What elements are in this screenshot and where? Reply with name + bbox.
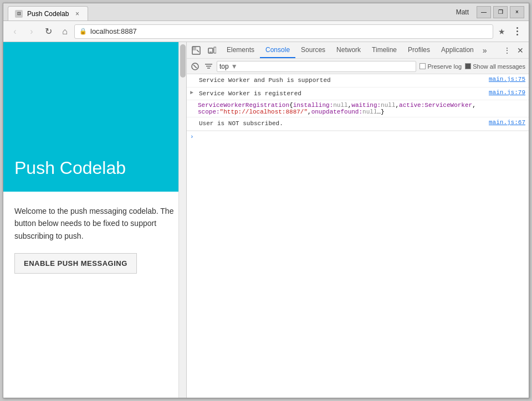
console-output: Service Worker and Push is supported mai… xyxy=(187,74,529,398)
console-location-2[interactable]: main.js:79 xyxy=(489,89,525,96)
forward-btn[interactable]: › xyxy=(24,24,39,39)
tab-network[interactable]: Network xyxy=(331,42,366,58)
tab-timeline[interactable]: Timeline xyxy=(366,42,402,58)
console-clear-btn[interactable] xyxy=(190,61,200,71)
devtools-more-tabs-btn[interactable]: » xyxy=(479,46,490,55)
console-filter-value: top xyxy=(219,63,229,70)
title-bar: ⊡ Push Codelab × Matt — ❐ × xyxy=(3,3,529,21)
filter-dropdown-icon: ▼ xyxy=(231,63,238,70)
tab-console[interactable]: Console xyxy=(260,42,295,58)
address-lock-icon: 🔒 xyxy=(79,28,87,35)
nav-bar: ‹ › ↻ ⌂ 🔒 localhost:8887 ★ xyxy=(3,21,529,42)
restore-btn[interactable]: ❐ xyxy=(493,6,508,18)
enable-push-button[interactable]: ENABLE PUSH MESSAGING xyxy=(14,253,137,274)
tab-sources[interactable]: Sources xyxy=(295,42,331,58)
console-entry-4: User is NOT subscribed. main.js:67 xyxy=(187,117,529,131)
obj-comma-end: , xyxy=(472,102,476,109)
console-indicator-4 xyxy=(190,119,198,120)
obj-val-waiting: null xyxy=(381,102,395,109)
page-body: Welcome to the push messaging codelab. T… xyxy=(3,192,186,398)
preserve-log-checkbox[interactable] xyxy=(420,63,426,69)
show-all-messages-option[interactable]: Show all messages xyxy=(465,63,525,70)
reload-btn[interactable]: ↻ xyxy=(41,24,55,39)
obj-val-onupdatefound: null xyxy=(362,109,377,115)
devtools-panel: Elements Console Sources Network Timelin… xyxy=(186,42,529,398)
page-description: Welcome to the push messaging codelab. T… xyxy=(14,205,175,242)
close-btn[interactable]: × xyxy=(510,6,524,18)
svg-rect-1 xyxy=(192,47,196,50)
devtools-tabs: Elements Console Sources Network Timelin… xyxy=(221,42,499,58)
scrollbar-track[interactable] xyxy=(178,42,186,398)
page-hero: Push Codelab xyxy=(3,42,186,192)
tab-profiles[interactable]: Profiles xyxy=(402,42,436,58)
tab-title: Push Codelab xyxy=(27,10,69,18)
obj-val-scope: "http://localhost:8887/" xyxy=(220,109,308,115)
console-filter-btn[interactable] xyxy=(203,61,213,71)
minimize-btn[interactable]: — xyxy=(477,6,491,18)
page-title: Push Codelab xyxy=(14,158,126,178)
device-mode-btn[interactable] xyxy=(204,43,219,58)
bookmark-btn[interactable]: ★ xyxy=(495,25,508,38)
home-btn[interactable]: ⌂ xyxy=(58,24,72,39)
menu-dot-3 xyxy=(516,34,518,35)
console-location-4[interactable]: main.js:67 xyxy=(489,119,525,126)
devtools-close-btn[interactable]: ✕ xyxy=(514,44,526,56)
devtools-actions: ⋮ ✕ xyxy=(499,44,529,56)
browser-window: ⊡ Push Codelab × Matt — ❐ × ‹ › ↻ ⌂ 🔒 lo… xyxy=(3,3,529,398)
svg-rect-2 xyxy=(208,48,213,53)
user-name: Matt xyxy=(456,8,469,16)
menu-dot-1 xyxy=(516,27,518,29)
tab-area: ⊡ Push Codelab × xyxy=(8,3,456,20)
back-btn[interactable]: ‹ xyxy=(8,24,22,39)
devtools-icon-btns xyxy=(187,43,221,58)
console-entry-1: Service Worker and Push is supported mai… xyxy=(187,74,529,88)
obj-key-scope: scope: xyxy=(198,109,220,115)
console-message-1: Service Worker and Push is supported xyxy=(199,76,484,85)
console-prompt-icon: › xyxy=(190,133,194,140)
show-messages-checkbox[interactable] xyxy=(465,63,471,69)
window-controls: — ❐ × xyxy=(477,6,524,18)
tab-application[interactable]: Application xyxy=(436,42,479,58)
console-input-row: › xyxy=(187,131,529,142)
console-entry-2: ► Service Worker is registered main.js:7… xyxy=(187,88,529,101)
browser-menu-btn[interactable] xyxy=(510,24,524,39)
console-object-line2: scope: "http://localhost:8887/" , onupda… xyxy=(198,109,385,115)
obj-constructor: ServiceWorkerRegistration xyxy=(198,102,289,109)
console-entry-3: ServiceWorkerRegistration { installing: … xyxy=(187,100,529,117)
console-expand-2[interactable]: ► xyxy=(190,89,198,96)
obj-key-waiting: waiting: xyxy=(351,102,381,109)
console-location-1[interactable]: main.js:75 xyxy=(489,76,525,83)
obj-key-active: active: xyxy=(399,102,424,109)
console-toolbar: top ▼ Preserve log Show all messages xyxy=(187,59,529,74)
tab-elements[interactable]: Elements xyxy=(221,42,260,58)
scrollbar-thumb[interactable] xyxy=(180,44,186,78)
obj-sep-2: , xyxy=(396,102,400,109)
address-bar[interactable]: 🔒 localhost:8887 xyxy=(74,24,493,39)
obj-val-active: ServiceWorker xyxy=(424,102,472,109)
svg-rect-3 xyxy=(214,47,216,53)
content-area: Push Codelab Welcome to the push messagi… xyxy=(3,42,529,398)
menu-dot-2 xyxy=(516,30,518,32)
obj-key-installing: installing: xyxy=(293,102,334,109)
tab-close-btn[interactable]: × xyxy=(73,10,81,18)
obj-sep-1: , xyxy=(348,102,352,109)
url-text: localhost:8887 xyxy=(90,27,137,35)
obj-key-onupdatefound: onupdatefound: xyxy=(311,109,362,115)
show-messages-label: Show all messages xyxy=(473,63,525,70)
console-message-4: User is NOT subscribed. xyxy=(199,119,484,128)
inspect-element-btn[interactable] xyxy=(189,43,203,58)
obj-val-installing: null xyxy=(333,102,347,109)
preserve-log-option[interactable]: Preserve log xyxy=(420,63,462,70)
webpage-panel: Push Codelab Welcome to the push messagi… xyxy=(3,42,186,398)
obj-ellipsis: …} xyxy=(377,109,384,115)
svg-line-6 xyxy=(193,65,197,68)
devtools-options-btn[interactable]: ⋮ xyxy=(501,44,513,56)
browser-tab[interactable]: ⊡ Push Codelab × xyxy=(8,6,88,20)
console-object-line1: ServiceWorkerRegistration { installing: … xyxy=(198,102,476,109)
tab-favicon: ⊡ xyxy=(15,10,23,18)
devtools-toolbar: Elements Console Sources Network Timelin… xyxy=(187,42,529,59)
console-indicator-1 xyxy=(190,76,198,76)
console-filter-input[interactable]: top ▼ xyxy=(217,61,416,72)
preserve-log-label: Preserve log xyxy=(427,63,462,70)
obj-brace-open: { xyxy=(289,102,293,109)
